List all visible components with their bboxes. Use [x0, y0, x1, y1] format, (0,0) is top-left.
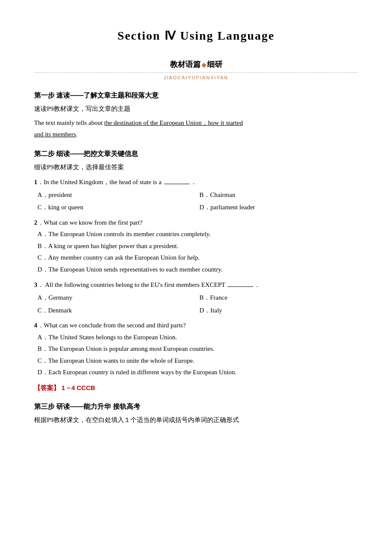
q3-option-b: B．France: [196, 292, 358, 304]
q3-options: A．Germany B．France: [34, 292, 358, 304]
header-text2: 细研: [207, 60, 222, 69]
q2-option-c: C．Any member country can ask the Europea…: [37, 252, 358, 263]
question-4: 4．What can we conclude from the second a…: [34, 320, 358, 378]
step1-subtitle: 速读P9教材课文，写出文章的主题: [34, 104, 358, 115]
q4-option-b: B．The European Union is popular among mo…: [37, 344, 358, 355]
q1-option-d: D．parliament leader: [196, 202, 358, 213]
dashed-divider: [34, 72, 358, 73]
title-roman: Ⅳ: [164, 29, 176, 42]
sub-label: JIAOCAIYUPIANXIYAN: [34, 74, 358, 82]
q3-text: 3． All the following countries belong to…: [34, 279, 358, 291]
q4-text: ．What can we conclude from the second an…: [37, 322, 186, 329]
step1-body-period: .: [76, 131, 78, 138]
title-part1: Section: [118, 29, 164, 42]
question-3: 3． All the following countries belong to…: [34, 279, 358, 316]
question-1: 1．In the United Kingdom，the head of stat…: [34, 177, 358, 213]
q2-option-b: B．A king or queen has higher power than …: [37, 241, 358, 252]
step1-body-underline: the destination of the European Union，ho…: [104, 119, 243, 126]
q3-option-c: C．Denmark: [34, 305, 196, 316]
q1-num: 1: [34, 179, 37, 185]
q1-option-a: A．president: [34, 190, 196, 201]
q1-options: A．president B．Chairman: [34, 190, 358, 201]
section-header-text: 教材语篇◈细研: [170, 60, 222, 69]
section-header: 教材语篇◈细研: [34, 58, 358, 71]
answer-block: 【答案】 1－4 CCCB: [34, 382, 358, 393]
question-2: 2．What can we know from the first part? …: [34, 217, 358, 275]
q3-option-d: D．Italy: [196, 305, 358, 316]
q1-option-c: C．king or queen: [34, 202, 196, 213]
q3-option-a: A．Germany: [34, 292, 196, 304]
q4-option-c: C．The European Union wants to unite the …: [37, 356, 358, 367]
q2-num: 2: [34, 219, 37, 226]
step1-body-en1: The text mainly tells about: [34, 119, 104, 126]
header-text1: 教材语篇: [170, 60, 201, 69]
q2-option-d: D．The European Union sends representativ…: [37, 264, 358, 275]
step2-subtitle: 细读P9教材课文，选择最佳答案: [34, 162, 358, 173]
q4-option-d: D．Each European country is ruled in diff…: [37, 367, 358, 378]
q3-options2: C．Denmark D．Italy: [34, 305, 358, 316]
step2-title: 第二步 细读——把控文章关键信息: [34, 148, 358, 159]
title-part2: Using Language: [176, 29, 275, 42]
q2-text: ．What can we know from the first part?: [37, 219, 143, 226]
q4-num: 4: [34, 322, 37, 329]
step1-body: The text mainly tells about the destinat…: [34, 117, 358, 140]
step1-body-en2: and its members: [34, 131, 76, 138]
q3-num: 3: [34, 281, 37, 288]
step1-title: 第一步 速读——了解文章主题和段落大意: [34, 90, 358, 101]
answer-value: 1－4 CCCB: [60, 384, 95, 391]
q1-options2: C．king or queen D．parliament leader: [34, 202, 358, 213]
q4-option-a: A．The United States belongs to the Europ…: [37, 332, 358, 343]
main-title: Section Ⅳ Using Language: [34, 26, 358, 46]
step3-title: 第三步 研读——能力升华 接轨高考: [34, 401, 358, 412]
answer-label: 【答案】: [34, 384, 60, 391]
q1-option-b: B．Chairman: [196, 190, 358, 201]
q1-text: ．In the United Kingdom，the head of state…: [37, 179, 197, 185]
q2-option-a: A．The European Union controls its member…: [37, 229, 358, 240]
header-diamond: ◈: [202, 61, 206, 68]
step3-subtitle: 根据P9教材课文，在空白处填入１个适当的单词或括号内单词的正确形式: [34, 415, 358, 426]
